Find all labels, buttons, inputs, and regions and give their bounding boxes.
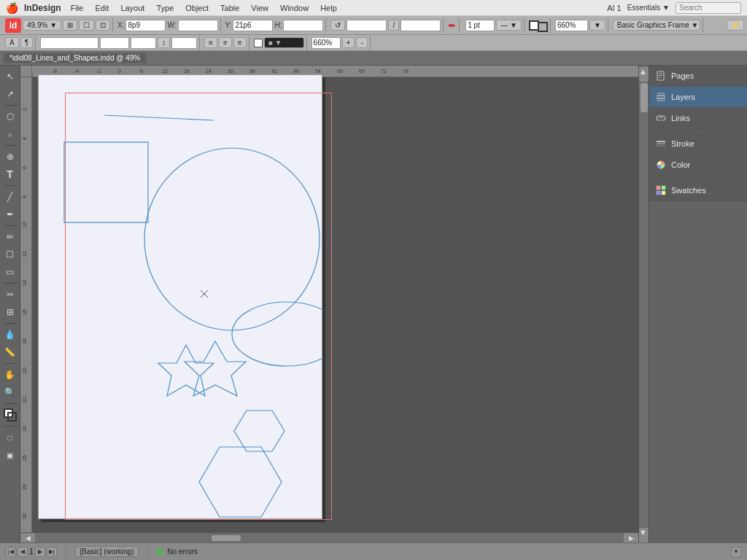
panel-color-header[interactable]: Color bbox=[649, 155, 747, 175]
hscroll-thumb[interactable] bbox=[212, 535, 241, 541]
svg-rect-48 bbox=[657, 186, 660, 190]
svg-text:26: 26 bbox=[22, 455, 27, 461]
guides-btn[interactable]: ⊡ bbox=[96, 20, 110, 31]
menu-help[interactable]: Help bbox=[315, 2, 342, 14]
pen-tool-btn[interactable]: ✒ bbox=[448, 20, 457, 31]
align-center-btn[interactable]: ≡ bbox=[219, 37, 232, 48]
font-style-input[interactable] bbox=[100, 37, 129, 49]
shear-input[interactable] bbox=[400, 20, 441, 31]
menu-layout[interactable]: Layout bbox=[115, 2, 150, 14]
panel-layers-header[interactable]: Layers bbox=[649, 87, 747, 107]
y-input[interactable] bbox=[233, 20, 273, 31]
x-input[interactable] bbox=[125, 20, 166, 31]
measure-tool[interactable]: 📏 bbox=[2, 344, 18, 360]
apple-menu[interactable]: 🍎 bbox=[6, 2, 18, 14]
menu-file[interactable]: File bbox=[66, 2, 89, 14]
next-page-btn[interactable]: ▶ bbox=[35, 547, 45, 557]
essentials-dropdown[interactable]: Essentials ▼ bbox=[627, 4, 670, 12]
scroll-up-btn[interactable]: ▲ bbox=[639, 67, 649, 82]
prev-page-btn[interactable]: ◀ bbox=[18, 547, 28, 557]
zoom-input[interactable] bbox=[555, 20, 588, 31]
zoom-controls[interactable]: ▼ bbox=[589, 20, 605, 31]
svg-text:60: 60 bbox=[337, 69, 343, 74]
doc-tab[interactable]: *idid08_Lines_and_Shapes.indd @ 49% bbox=[3, 52, 147, 63]
stroke-weight-input[interactable] bbox=[465, 20, 495, 31]
leading-btn[interactable]: ↕ bbox=[158, 37, 170, 48]
frame-tool[interactable]: ☐ bbox=[2, 246, 18, 262]
pen-tool[interactable]: ✒ bbox=[2, 206, 18, 222]
font-size-input[interactable] bbox=[131, 37, 156, 49]
document-page[interactable] bbox=[38, 74, 322, 519]
panel-pages-header[interactable]: Pages bbox=[649, 66, 747, 86]
para-format-btn[interactable]: ¶ bbox=[20, 37, 33, 48]
preflight-btn[interactable]: ▼ bbox=[731, 547, 741, 557]
fill-swatch[interactable] bbox=[254, 39, 263, 47]
app-name[interactable]: InDesign bbox=[24, 3, 61, 13]
scroll-left-btn[interactable]: ◀ bbox=[20, 533, 35, 542]
w-input[interactable] bbox=[178, 20, 218, 31]
scissors-tool[interactable]: ✂ bbox=[2, 287, 18, 303]
scroll-right-btn[interactable]: ▶ bbox=[624, 533, 638, 542]
menu-edit[interactable]: Edit bbox=[90, 2, 114, 14]
zoom-in-btn[interactable]: + bbox=[342, 37, 355, 48]
align-left-btn[interactable]: ≡ bbox=[204, 37, 217, 48]
content-collector[interactable]: ⊕ bbox=[2, 149, 18, 165]
fill-stroke-widget[interactable] bbox=[4, 408, 17, 421]
horizontal-scrollbar[interactable]: ◀ ▶ bbox=[20, 532, 638, 542]
first-page-btn[interactable]: |◀ bbox=[6, 547, 16, 557]
scroll-down-btn[interactable]: ▼ bbox=[639, 528, 649, 542]
type-tool[interactable]: T bbox=[2, 166, 18, 182]
rotate-btn[interactable]: ↺ bbox=[330, 20, 345, 31]
pencil-tool[interactable]: ✏ bbox=[2, 229, 18, 245]
align-right-btn[interactable]: ≡ bbox=[233, 37, 247, 48]
leading-input[interactable] bbox=[171, 37, 197, 49]
rect-tool[interactable]: ▭ bbox=[2, 264, 18, 280]
zoom-tool[interactable]: 🔍 bbox=[2, 384, 18, 400]
canvas-area[interactable]: -6 -4 -2 0 6 12 18 24 30 36 42 48 54 60 … bbox=[20, 66, 649, 542]
page-tool[interactable]: ⬡ bbox=[2, 109, 18, 125]
view-mode-btn[interactable]: ⊞ bbox=[63, 20, 77, 31]
char-format-btn[interactable]: A bbox=[5, 37, 19, 48]
stroke-color-dropdown[interactable]: ■ ▼ bbox=[264, 37, 304, 48]
eyedropper-tool[interactable]: 💧 bbox=[2, 327, 18, 343]
menu-window[interactable]: Window bbox=[275, 2, 314, 14]
search-input[interactable] bbox=[676, 2, 741, 14]
angle-input[interactable] bbox=[347, 20, 387, 31]
svg-text:36: 36 bbox=[249, 69, 255, 74]
ai-badge[interactable]: AI 1 bbox=[607, 4, 622, 12]
line-tool[interactable]: ╱ bbox=[2, 189, 18, 205]
preview-mode-btn[interactable]: ▣ bbox=[2, 447, 18, 463]
menu-object[interactable]: Object bbox=[180, 2, 214, 14]
zoom-level-input[interactable] bbox=[311, 37, 341, 49]
zoom-dropdown[interactable]: 49.9% ▼ bbox=[23, 20, 61, 31]
style-dropdown[interactable]: [Basic] (working) bbox=[75, 546, 139, 557]
stroke-box[interactable] bbox=[538, 22, 548, 32]
quick-apply-btn[interactable]: ⚡ bbox=[727, 20, 744, 31]
font-input[interactable] bbox=[40, 37, 98, 49]
menu-type[interactable]: Type bbox=[151, 2, 179, 14]
direct-select-tool[interactable]: ↗ bbox=[2, 86, 18, 102]
h-input[interactable] bbox=[283, 20, 323, 31]
stroke-style-btn[interactable]: — ▼ bbox=[496, 20, 522, 31]
document-canvas[interactable] bbox=[39, 75, 323, 520]
svg-text:48: 48 bbox=[293, 69, 299, 74]
zoom-out-btn[interactable]: - bbox=[356, 37, 367, 48]
shear-btn[interactable]: / bbox=[388, 20, 399, 31]
frame-btn[interactable]: ☐ bbox=[79, 20, 94, 31]
panel-swatches-header[interactable]: Swatches bbox=[649, 180, 747, 201]
normal-mode-btn[interactable]: □ bbox=[2, 429, 18, 446]
gap-tool[interactable]: ⬦ bbox=[2, 126, 18, 142]
frame-label-dropdown[interactable]: Basic Graphics Frame ▼ bbox=[613, 20, 700, 31]
scroll-thumb[interactable] bbox=[640, 83, 648, 112]
last-page-btn[interactable]: ▶| bbox=[47, 547, 57, 557]
vertical-scrollbar[interactable]: ▲ ▼ bbox=[638, 66, 649, 542]
free-transform[interactable]: ⊞ bbox=[2, 304, 18, 320]
shape-small-oval bbox=[232, 302, 323, 366]
menu-table[interactable]: Table bbox=[215, 2, 244, 14]
hand-tool[interactable]: ✋ bbox=[2, 367, 18, 383]
pages-label: Pages bbox=[671, 71, 741, 80]
panel-links-header[interactable]: Links bbox=[649, 108, 747, 128]
menu-view[interactable]: View bbox=[246, 2, 274, 14]
select-tool[interactable]: ↖ bbox=[2, 69, 18, 85]
panel-stroke-header[interactable]: Stroke bbox=[649, 133, 747, 154]
